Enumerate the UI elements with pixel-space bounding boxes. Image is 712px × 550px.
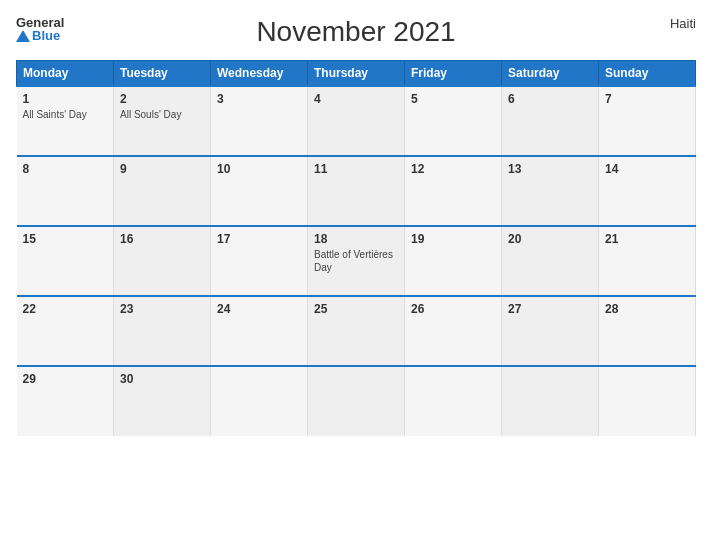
day-number: 27 bbox=[508, 302, 592, 316]
holiday-label: All Souls' Day bbox=[120, 108, 204, 121]
calendar-cell: 21 bbox=[599, 226, 696, 296]
calendar-cell: 30 bbox=[114, 366, 211, 436]
day-number: 3 bbox=[217, 92, 301, 106]
day-of-week-header: Sunday bbox=[599, 61, 696, 87]
day-number: 15 bbox=[23, 232, 108, 246]
month-title: November 2021 bbox=[256, 16, 455, 48]
day-number: 19 bbox=[411, 232, 495, 246]
logo-blue-text: Blue bbox=[16, 29, 64, 42]
day-number: 8 bbox=[23, 162, 108, 176]
day-number: 23 bbox=[120, 302, 204, 316]
day-number: 17 bbox=[217, 232, 301, 246]
day-number: 18 bbox=[314, 232, 398, 246]
day-number: 9 bbox=[120, 162, 204, 176]
day-of-week-header: Thursday bbox=[308, 61, 405, 87]
day-number: 11 bbox=[314, 162, 398, 176]
day-number: 20 bbox=[508, 232, 592, 246]
calendar-cell: 26 bbox=[405, 296, 502, 366]
day-number: 24 bbox=[217, 302, 301, 316]
calendar-cell: 1All Saints' Day bbox=[17, 86, 114, 156]
day-number: 28 bbox=[605, 302, 689, 316]
day-number: 6 bbox=[508, 92, 592, 106]
calendar-cell: 29 bbox=[17, 366, 114, 436]
holiday-label: Battle of Vertières Day bbox=[314, 248, 398, 274]
day-number: 4 bbox=[314, 92, 398, 106]
calendar-cell bbox=[405, 366, 502, 436]
day-of-week-header: Friday bbox=[405, 61, 502, 87]
calendar-cell: 11 bbox=[308, 156, 405, 226]
calendar-table: MondayTuesdayWednesdayThursdayFridaySatu… bbox=[16, 60, 696, 436]
day-number: 16 bbox=[120, 232, 204, 246]
calendar-cell: 4 bbox=[308, 86, 405, 156]
calendar-cell: 14 bbox=[599, 156, 696, 226]
calendar-header-row: MondayTuesdayWednesdayThursdayFridaySatu… bbox=[17, 61, 696, 87]
day-number: 12 bbox=[411, 162, 495, 176]
day-number: 26 bbox=[411, 302, 495, 316]
day-number: 29 bbox=[23, 372, 108, 386]
calendar-cell: 24 bbox=[211, 296, 308, 366]
day-number: 25 bbox=[314, 302, 398, 316]
calendar-week-row: 1All Saints' Day2All Souls' Day34567 bbox=[17, 86, 696, 156]
day-number: 30 bbox=[120, 372, 204, 386]
day-of-week-header: Saturday bbox=[502, 61, 599, 87]
calendar-cell bbox=[308, 366, 405, 436]
calendar-cell: 19 bbox=[405, 226, 502, 296]
calendar-cell: 27 bbox=[502, 296, 599, 366]
calendar-cell: 13 bbox=[502, 156, 599, 226]
calendar-cell bbox=[599, 366, 696, 436]
country-label: Haiti bbox=[670, 16, 696, 31]
calendar-cell: 10 bbox=[211, 156, 308, 226]
logo: General Blue bbox=[16, 16, 64, 42]
calendar-cell: 8 bbox=[17, 156, 114, 226]
calendar-cell: 7 bbox=[599, 86, 696, 156]
calendar-cell: 2All Souls' Day bbox=[114, 86, 211, 156]
day-number: 5 bbox=[411, 92, 495, 106]
calendar-cell: 15 bbox=[17, 226, 114, 296]
calendar-cell: 28 bbox=[599, 296, 696, 366]
calendar-cell bbox=[502, 366, 599, 436]
calendar-cell: 16 bbox=[114, 226, 211, 296]
calendar-cell: 12 bbox=[405, 156, 502, 226]
calendar-cell: 6 bbox=[502, 86, 599, 156]
calendar-week-row: 15161718Battle of Vertières Day192021 bbox=[17, 226, 696, 296]
day-number: 21 bbox=[605, 232, 689, 246]
calendar-cell: 18Battle of Vertières Day bbox=[308, 226, 405, 296]
day-of-week-header: Monday bbox=[17, 61, 114, 87]
calendar-cell: 23 bbox=[114, 296, 211, 366]
day-of-week-header: Tuesday bbox=[114, 61, 211, 87]
day-number: 14 bbox=[605, 162, 689, 176]
calendar-cell: 9 bbox=[114, 156, 211, 226]
holiday-label: All Saints' Day bbox=[23, 108, 108, 121]
calendar-cell: 25 bbox=[308, 296, 405, 366]
calendar-cell: 22 bbox=[17, 296, 114, 366]
calendar-cell bbox=[211, 366, 308, 436]
day-number: 10 bbox=[217, 162, 301, 176]
calendar-week-row: 891011121314 bbox=[17, 156, 696, 226]
day-number: 7 bbox=[605, 92, 689, 106]
calendar-cell: 5 bbox=[405, 86, 502, 156]
logo-triangle-icon bbox=[16, 30, 30, 42]
day-of-week-header: Wednesday bbox=[211, 61, 308, 87]
calendar-cell: 17 bbox=[211, 226, 308, 296]
calendar-header: General Blue November 2021 Haiti bbox=[16, 16, 696, 48]
day-number: 2 bbox=[120, 92, 204, 106]
calendar-cell: 3 bbox=[211, 86, 308, 156]
day-number: 22 bbox=[23, 302, 108, 316]
calendar-week-row: 22232425262728 bbox=[17, 296, 696, 366]
calendar-week-row: 2930 bbox=[17, 366, 696, 436]
day-number: 13 bbox=[508, 162, 592, 176]
day-number: 1 bbox=[23, 92, 108, 106]
calendar-cell: 20 bbox=[502, 226, 599, 296]
